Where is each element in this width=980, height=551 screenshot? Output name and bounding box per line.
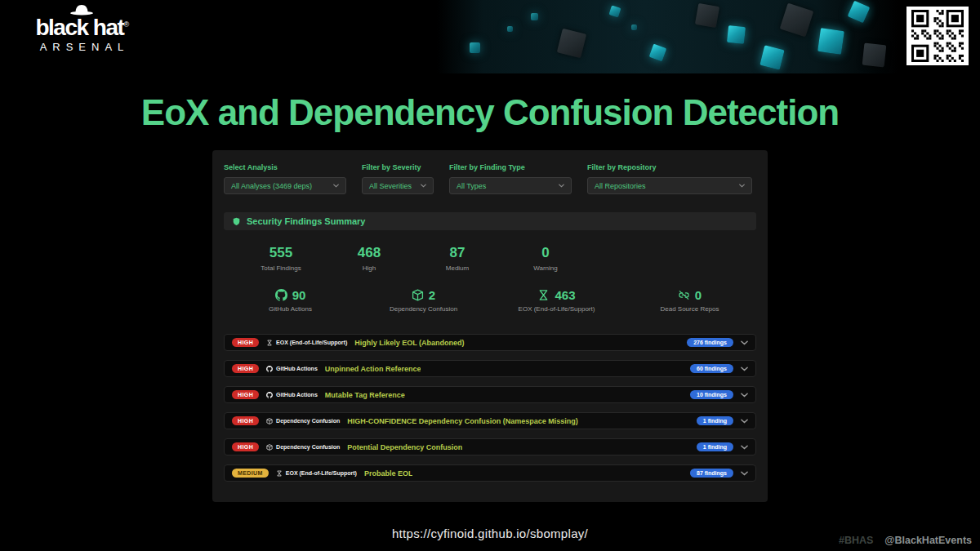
brand-name: black hat® bbox=[11, 16, 152, 39]
stat-label: Total Findings bbox=[247, 264, 315, 272]
filter-dropdown[interactable]: All Analyses (3469 deps) bbox=[224, 177, 346, 194]
dropdown-value: All Types bbox=[457, 182, 486, 190]
stat-label: Warning bbox=[511, 264, 580, 272]
summary-title: Security Findings Summary bbox=[247, 216, 365, 226]
finding-title: Mutable Tag Reference bbox=[325, 391, 405, 399]
filter-group: Filter by Severity All Severities bbox=[362, 163, 434, 194]
stat-label: GitHub Actions bbox=[224, 305, 357, 313]
chevron-down-icon[interactable] bbox=[741, 393, 748, 398]
dropdown-value: All Analyses (3469 deps) bbox=[231, 182, 312, 190]
dashboard-panel: Select Analysis All Analyses (3469 deps)… bbox=[212, 150, 768, 502]
blackhat-logo: black hat® ARSENAL bbox=[11, 4, 152, 53]
stat-value: 87 bbox=[423, 245, 492, 261]
finding-category-label: Dependency Confusion bbox=[276, 444, 340, 450]
stat-value: 468 bbox=[335, 245, 403, 261]
stat-label: Dependency Confusion bbox=[357, 305, 490, 313]
qr-code bbox=[906, 7, 969, 65]
filter-label: Filter by Severity bbox=[362, 163, 434, 171]
stat-value: 90 bbox=[292, 288, 306, 302]
filter-label: Filter by Repository bbox=[587, 163, 752, 171]
filter-dropdown[interactable]: All Types bbox=[449, 177, 572, 194]
package-icon bbox=[266, 418, 273, 424]
finding-category: EOX (End-of-Life/Support) bbox=[276, 470, 357, 477]
finding-title: Highly Likely EOL (Abandoned) bbox=[354, 339, 464, 347]
finding-row[interactable]: HIGH GitHub Actions Unpinned Action Refe… bbox=[224, 360, 756, 377]
brand-subtitle: ARSENAL bbox=[11, 41, 152, 53]
finding-row[interactable]: HIGH EOX (End-of-Life/Support) Highly Li… bbox=[224, 334, 756, 351]
category-stat: 2 Dependency Confusion bbox=[357, 288, 490, 313]
twitter-handle: @BlackHatEvents bbox=[884, 535, 972, 546]
stat-label: EOX (End-of-Life/Support) bbox=[490, 305, 623, 313]
summary-stat: 87 Medium bbox=[423, 245, 492, 272]
findings-list: HIGH EOX (End-of-Life/Support) Highly Li… bbox=[224, 334, 756, 482]
filter-dropdown[interactable]: All Severities bbox=[362, 177, 434, 194]
severity-badge: HIGH bbox=[232, 442, 259, 451]
social-footer: #BHAS @BlackHatEvents bbox=[839, 535, 972, 546]
dropdown-value: All Repositories bbox=[595, 182, 646, 190]
github-icon bbox=[275, 289, 287, 301]
finding-count-badge: 10 findings bbox=[690, 390, 733, 399]
filter-group: Filter by Repository All Repositories bbox=[587, 163, 752, 194]
finding-category-label: EOX (End-of-Life/Support) bbox=[286, 470, 357, 476]
finding-category: Dependency Confusion bbox=[266, 444, 340, 451]
finding-category: Dependency Confusion bbox=[266, 418, 340, 424]
finding-category-label: EOX (End-of-Life/Support) bbox=[276, 340, 347, 345]
hourglass-icon bbox=[537, 289, 550, 301]
finding-category: GitHub Actions bbox=[266, 392, 318, 398]
chevron-down-icon[interactable] bbox=[741, 367, 748, 371]
package-icon bbox=[266, 444, 273, 451]
page-title: EoX and Dependency Confusion Detection bbox=[0, 92, 980, 133]
chevron-down-icon[interactable] bbox=[741, 340, 748, 345]
finding-title: Unpinned Action Reference bbox=[325, 365, 421, 373]
chevron-down-icon[interactable] bbox=[741, 471, 748, 476]
shield-icon bbox=[232, 217, 241, 226]
severity-badge: MEDIUM bbox=[232, 469, 269, 478]
category-stat: 0 Dead Source Repos bbox=[623, 288, 756, 313]
stats-row: 555 Total Findings 468 High 87 Medium 0 … bbox=[224, 245, 756, 272]
finding-row[interactable]: HIGH Dependency Confusion HIGH-CONFIDENC… bbox=[224, 412, 756, 429]
filter-group: Filter by Finding Type All Types bbox=[449, 163, 572, 194]
event-hashtag: #BHAS bbox=[839, 535, 873, 546]
category-stat: 90 GitHub Actions bbox=[224, 288, 357, 313]
finding-category-label: Dependency Confusion bbox=[276, 418, 340, 424]
stat-value: 463 bbox=[555, 288, 575, 302]
dropdown-value: All Severities bbox=[369, 182, 412, 190]
finding-count-badge: 1 finding bbox=[697, 416, 733, 425]
finding-category-label: GitHub Actions bbox=[276, 392, 318, 398]
stat-label: Medium bbox=[423, 264, 492, 272]
severity-badge: HIGH bbox=[232, 416, 259, 425]
finding-count-badge: 87 findings bbox=[690, 469, 733, 478]
severity-badge: HIGH bbox=[232, 364, 259, 373]
summary-stat: 555 Total Findings bbox=[247, 245, 315, 272]
finding-count-badge: 276 findings bbox=[687, 338, 733, 347]
finding-category-label: GitHub Actions bbox=[276, 366, 318, 371]
finding-title: Probable EOL bbox=[364, 469, 413, 478]
hourglass-icon bbox=[266, 340, 273, 346]
severity-badge: HIGH bbox=[232, 338, 259, 347]
summary-header: Security Findings Summary bbox=[224, 212, 756, 230]
stat-value: 0 bbox=[511, 245, 580, 261]
stat-label: Dead Source Repos bbox=[623, 305, 756, 313]
category-stats-row: 90 GitHub Actions 2 Dependency Confusion… bbox=[224, 288, 756, 313]
slide: black hat® ARSENAL EoX and Dependency Co… bbox=[0, 0, 980, 551]
github-icon bbox=[266, 366, 273, 372]
stat-value: 555 bbox=[247, 245, 315, 261]
chevron-down-icon[interactable] bbox=[741, 419, 748, 424]
chevron-down-icon[interactable] bbox=[741, 445, 748, 450]
filter-label: Filter by Finding Type bbox=[449, 163, 572, 171]
filter-dropdown[interactable]: All Repositories bbox=[587, 177, 752, 194]
finding-row[interactable]: HIGH GitHub Actions Mutable Tag Referenc… bbox=[224, 386, 756, 403]
header-banner: black hat® ARSENAL bbox=[0, 0, 980, 73]
chevron-down-icon bbox=[559, 184, 564, 188]
stat-label: High bbox=[335, 264, 403, 272]
link-slash-icon bbox=[678, 289, 690, 301]
summary-stat: 468 High bbox=[335, 245, 403, 272]
package-icon bbox=[412, 289, 424, 301]
hourglass-icon bbox=[276, 470, 283, 477]
finding-count-badge: 60 findings bbox=[690, 364, 733, 373]
finding-row[interactable]: HIGH Dependency Confusion Potential Depe… bbox=[224, 438, 756, 455]
filter-label: Select Analysis bbox=[224, 163, 346, 171]
filter-group: Select Analysis All Analyses (3469 deps) bbox=[224, 163, 346, 194]
finding-row[interactable]: MEDIUM EOX (End-of-Life/Support) Probabl… bbox=[224, 464, 756, 482]
finding-title: Potential Dependency Confusion bbox=[347, 443, 462, 451]
